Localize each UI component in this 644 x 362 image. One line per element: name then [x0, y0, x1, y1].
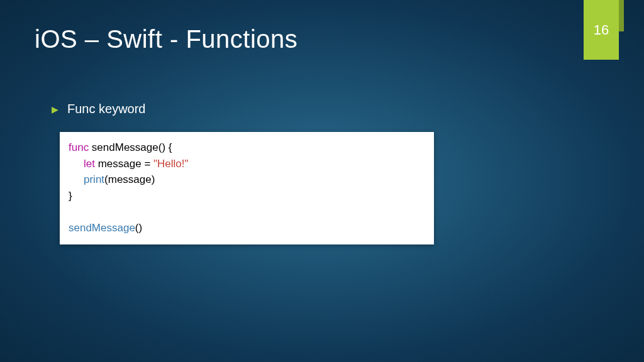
code-line-2: let message = "Hello!" [69, 156, 425, 172]
string-literal: "Hello!" [153, 158, 189, 170]
code-fn-name: sendMessage [89, 141, 158, 153]
code-text: () [135, 222, 142, 234]
bullet-item: ▶ Func keyword [52, 102, 146, 116]
page-number: 16 [594, 22, 609, 38]
fn-call-sendmessage: sendMessage [69, 222, 135, 234]
code-line-blank [69, 204, 425, 220]
slide-title: iOS – Swift - Functions [35, 25, 297, 53]
code-text: (message) [104, 173, 155, 185]
code-line-6: sendMessage() [69, 220, 425, 236]
fn-call-print: print [84, 173, 104, 185]
triangle-bullet-icon: ▶ [52, 104, 58, 114]
code-line-4: } [69, 188, 425, 204]
code-line-3: print(message) [69, 172, 425, 188]
bullet-text: Func keyword [67, 102, 146, 116]
keyword-let: let [84, 158, 95, 170]
page-number-tab: 16 [584, 0, 619, 60]
code-text: message = [95, 158, 153, 170]
keyword-func: func [69, 141, 89, 153]
code-block: func sendMessage() { let message = "Hell… [60, 132, 434, 244]
code-text: () { [158, 141, 172, 153]
code-line-1: func sendMessage() { [69, 140, 425, 156]
